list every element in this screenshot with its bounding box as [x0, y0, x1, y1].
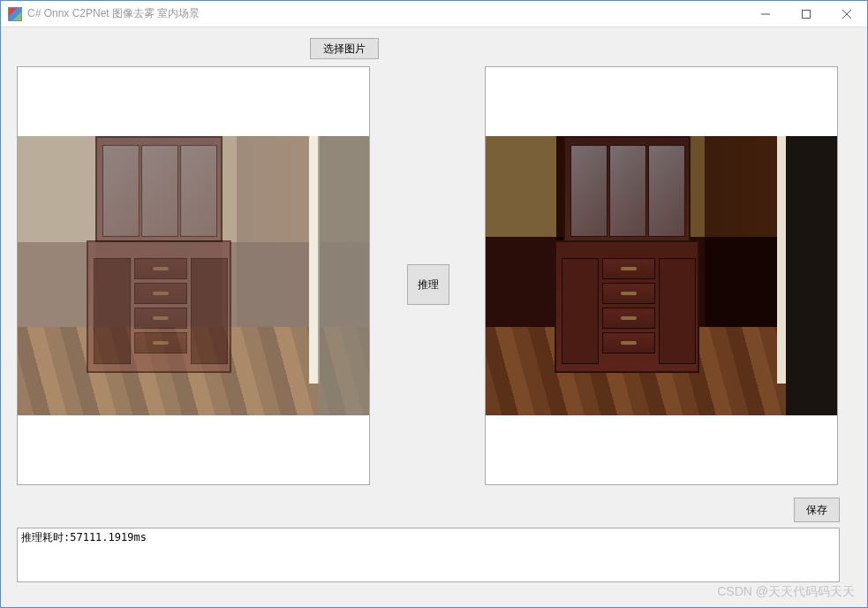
cabinet-drawer [602, 308, 655, 329]
cabinet-door [94, 258, 131, 364]
cabinet-body-clear [555, 240, 699, 373]
window-controls [745, 1, 867, 27]
cabinet-drawer [602, 332, 655, 353]
infer-button[interactable]: 推理 [407, 264, 449, 305]
cabinet-top-clear [563, 136, 691, 242]
svg-rect-1 [803, 11, 811, 19]
cabinet-drawer [134, 283, 187, 304]
cabinet-body-hazy [87, 240, 231, 373]
input-image-panel [17, 66, 370, 485]
output-image-panel [485, 66, 838, 485]
cabinet-drawer [134, 332, 187, 353]
cabinet-top-hazy [95, 136, 223, 242]
app-icon [8, 7, 22, 21]
minimize-button[interactable] [745, 1, 786, 27]
client-area: 选择图片 推理 [1, 27, 867, 607]
cabinet-drawer [602, 283, 655, 304]
select-image-button[interactable]: 选择图片 [310, 38, 379, 59]
cabinet-door [191, 258, 228, 364]
glass-pane [180, 145, 217, 237]
glass-pane [609, 145, 646, 237]
window-title: C# Onnx C2PNet 图像去雾 室内场景 [27, 6, 745, 21]
log-text: 推理耗时:57111.1919ms [21, 531, 147, 543]
cabinet-drawer [602, 258, 655, 279]
save-button[interactable]: 保存 [794, 498, 840, 522]
app-window: C# Onnx C2PNet 图像去雾 室内场景 选择图片 [0, 0, 868, 608]
wall-right-hazy [318, 136, 370, 415]
glass-pane [648, 145, 685, 237]
glass-pane [102, 145, 140, 237]
wall-right-clear [786, 136, 838, 415]
glass-pane [570, 145, 608, 237]
cabinet-drawer [134, 308, 187, 329]
cabinet-door [562, 258, 599, 364]
cabinet-drawer [134, 258, 187, 279]
maximize-button[interactable] [786, 1, 826, 27]
log-textbox[interactable]: 推理耗时:57111.1919ms [17, 528, 840, 582]
glass-pane [141, 145, 178, 237]
input-image [18, 136, 370, 415]
cabinet-door [659, 258, 696, 364]
close-button[interactable] [826, 1, 867, 27]
watermark: CSDN @天天代码码天天 [717, 584, 855, 600]
output-image [486, 136, 838, 415]
titlebar[interactable]: C# Onnx C2PNet 图像去雾 室内场景 [1, 1, 867, 27]
